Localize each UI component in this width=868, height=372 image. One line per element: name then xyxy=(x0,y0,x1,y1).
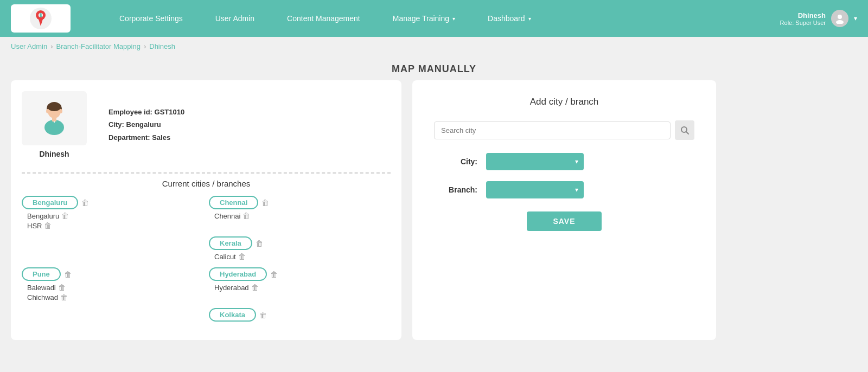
breadcrumb: User Admin › Branch-Facilitator Mapping … xyxy=(0,37,868,56)
manage-training-chevron: ▾ xyxy=(452,16,455,22)
trash-icon-branch-hyderabad[interactable]: 🗑 xyxy=(251,283,259,292)
avatar-box xyxy=(22,91,87,145)
page-title: MAP MANUALLY xyxy=(0,56,868,80)
trash-icon-branch-chennai[interactable]: 🗑 xyxy=(242,211,250,220)
main-content: Dhinesh Employee id: GST1010 City: Benga… xyxy=(0,80,868,351)
branch-select[interactable]: Branch 1 Branch 2 xyxy=(486,181,584,198)
city-badge-kerala[interactable]: Kerala xyxy=(209,236,252,250)
dashboard-chevron: ▾ xyxy=(528,16,531,22)
trash-icon-kerala[interactable]: 🗑 xyxy=(256,239,263,248)
svg-rect-15 xyxy=(52,117,56,121)
svg-point-11 xyxy=(46,109,49,113)
trash-icon-pune[interactable]: 🗑 xyxy=(64,270,72,279)
nav-manage-training[interactable]: Manage Training ▾ xyxy=(376,14,471,23)
svg-line-17 xyxy=(686,132,688,134)
trash-icon-branch-calicut[interactable]: 🗑 xyxy=(238,252,246,261)
trash-icon-chennai[interactable]: 🗑 xyxy=(261,198,269,207)
employee-name: Dhinesh xyxy=(39,150,69,158)
nav-dashboard[interactable]: Dashboard ▾ xyxy=(471,14,547,23)
city-group-empty xyxy=(22,236,203,262)
city-badge-hyderabad[interactable]: Hyderabad xyxy=(209,267,267,281)
user-role: Role: Super User xyxy=(780,20,826,26)
trash-icon-branch-chichwad[interactable]: 🗑 xyxy=(60,293,68,302)
branches-grid: Bengaluru 🗑 Bengaluru 🗑 HSR 🗑 Chennai 🗑 … xyxy=(22,196,391,329)
profile-divider xyxy=(22,172,391,174)
main-nav: Corporate Settings User Admin Content Ma… xyxy=(103,14,780,23)
svg-point-6 xyxy=(838,15,842,19)
branches-scroll[interactable]: Bengaluru 🗑 Bengaluru 🗑 HSR 🗑 Chennai 🗑 … xyxy=(22,196,391,329)
trash-icon-branch-hsr[interactable]: 🗑 xyxy=(44,221,52,230)
svg-point-10 xyxy=(47,102,61,111)
trash-icon-kolkata[interactable]: 🗑 xyxy=(259,311,267,319)
search-city-input[interactable] xyxy=(434,121,671,139)
city-group-kerala: Kerala 🗑 Calicut 🗑 xyxy=(209,236,391,262)
add-city-title: Add city / branch xyxy=(434,97,694,107)
trash-icon-hyderabad[interactable]: 🗑 xyxy=(270,270,278,279)
trash-icon-branch-bengaluru[interactable]: 🗑 xyxy=(61,211,69,220)
profile-section: Dhinesh Employee id: GST1010 City: Benga… xyxy=(22,91,391,167)
branch-select-wrapper: Branch 1 Branch 2 xyxy=(486,181,584,198)
city-form-row: City: Bengaluru Chennai Pune Hyderabad K… xyxy=(434,153,694,170)
branch-item-calicut: Calicut 🗑 xyxy=(209,252,391,261)
city-group-pune: Pune 🗑 Balewadi 🗑 Chichwad 🗑 xyxy=(22,267,203,303)
city-label: City: xyxy=(434,157,477,166)
branch-item-hyderabad: Hyderabad 🗑 xyxy=(209,283,391,292)
breadcrumb-user-admin[interactable]: User Admin xyxy=(11,42,47,50)
city-badge-pune[interactable]: Pune xyxy=(22,267,61,281)
logo[interactable] xyxy=(11,4,71,33)
nav-user-admin[interactable]: User Admin xyxy=(199,14,271,23)
city-group-kolkata: Kolkata 🗑 xyxy=(209,308,391,324)
city-group-hyderabad: Hyderabad 🗑 Hyderabad 🗑 xyxy=(209,267,391,303)
nav-content-management[interactable]: Content Management xyxy=(271,14,376,23)
city-badge-chennai[interactable]: Chennai xyxy=(209,196,258,209)
city-badge-kolkata[interactable]: Kolkata xyxy=(209,308,256,322)
breadcrumb-current: Dhinesh xyxy=(149,42,175,50)
branch-form-row: Branch: Branch 1 Branch 2 xyxy=(434,181,694,198)
save-button[interactable]: SAVE xyxy=(527,211,601,231)
branch-label: Branch: xyxy=(434,185,477,194)
branch-item-balewadi: Balewadi 🗑 xyxy=(22,283,203,292)
svg-point-7 xyxy=(836,20,844,24)
svg-rect-5 xyxy=(40,15,42,17)
user-avatar[interactable] xyxy=(831,10,848,27)
search-city-button[interactable] xyxy=(675,120,694,140)
city-group-chennai: Chennai 🗑 Chennai 🗑 xyxy=(209,196,391,231)
city-select-wrapper: Bengaluru Chennai Pune Hyderabad Kolkata xyxy=(486,153,584,170)
search-row xyxy=(434,120,694,140)
branches-title: Current cities / branches xyxy=(22,179,391,188)
svg-point-12 xyxy=(59,109,62,113)
city-select[interactable]: Bengaluru Chennai Pune Hyderabad Kolkata xyxy=(486,153,584,170)
city-group-bengaluru: Bengaluru 🗑 Bengaluru 🗑 HSR 🗑 xyxy=(22,196,203,231)
user-area: Dhinesh Role: Super User ▾ xyxy=(780,10,857,27)
branch-item-hsr: HSR 🗑 xyxy=(22,221,203,230)
breadcrumb-branch-facilitator[interactable]: Branch-Facilitator Mapping xyxy=(56,42,141,50)
svg-point-4 xyxy=(40,13,42,15)
main-header: Corporate Settings User Admin Content Ma… xyxy=(0,0,868,37)
branch-item-chichwad: Chichwad 🗑 xyxy=(22,293,203,302)
trash-icon-bengaluru[interactable]: 🗑 xyxy=(81,198,89,207)
branch-item-chennai: Chennai 🗑 xyxy=(209,211,391,220)
right-card: Add city / branch City: Bengaluru Chenna… xyxy=(412,80,716,340)
save-btn-row: SAVE xyxy=(434,211,694,231)
employee-info: Employee id: GST1010 City: Bengaluru Dep… xyxy=(108,106,184,144)
nav-corporate-settings[interactable]: Corporate Settings xyxy=(103,14,199,23)
trash-icon-branch-balewadi[interactable]: 🗑 xyxy=(58,283,66,292)
left-card: Dhinesh Employee id: GST1010 City: Benga… xyxy=(11,80,401,340)
user-name: Dhinesh xyxy=(780,11,826,20)
city-badge-bengaluru[interactable]: Bengaluru xyxy=(22,196,78,209)
branch-item-bengaluru: Bengaluru 🗑 xyxy=(22,211,203,220)
user-dropdown-chevron[interactable]: ▾ xyxy=(854,15,857,22)
